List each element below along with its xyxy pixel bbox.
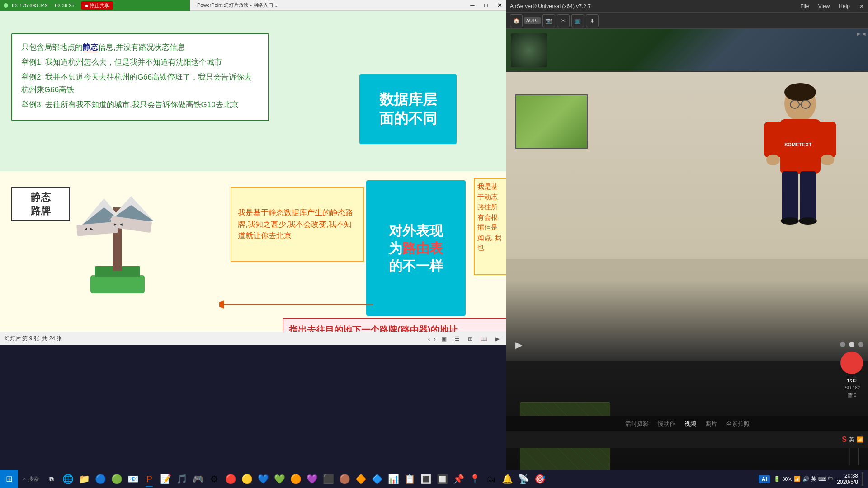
task-view-button[interactable]: ⧉ (43, 470, 60, 488)
taskbar-app-music[interactable]: 🎵 (174, 470, 190, 488)
static-sign-label: 静态路牌 (11, 187, 70, 221)
taskbar-app-chrome[interactable]: 🟢 (108, 470, 125, 488)
database-difference-box: 数据库层面的不同 (359, 74, 457, 144)
start-button[interactable]: ⊞ (0, 470, 18, 488)
routing-table-difference-box: 对外表现为路由表的不一样 (366, 180, 466, 316)
prev-slide-button[interactable]: ‹ (428, 335, 430, 343)
taskbar-app-explorer[interactable]: 📁 (76, 470, 92, 488)
input-lang-icon[interactable]: 英 (811, 475, 816, 483)
taskbar-app-folder[interactable]: 🗂 (483, 470, 499, 488)
taskbar-app-black[interactable]: ⬛ (320, 470, 336, 488)
static-label-text: 静态路牌 (31, 191, 51, 218)
slide-counter-text: 幻灯片 第 9 张, 共 24 张 (5, 335, 62, 343)
taskbar-app-signal[interactable]: 📡 (515, 470, 532, 488)
taskbar-app-powerpoint[interactable]: P (141, 470, 157, 488)
taskbar-app-blue2[interactable]: 🔷 (369, 470, 385, 488)
taskbar-app-box2[interactable]: 🔲 (434, 470, 450, 488)
svg-rect-20 (782, 171, 798, 221)
airserver-close-button[interactable]: ✕ (859, 3, 864, 10)
person-figure: SOMETEXT (755, 81, 845, 225)
taskbar-app-red[interactable]: 🔴 (222, 470, 239, 488)
taskbar-app-clip[interactable]: 📋 (401, 470, 418, 488)
auto-label: AUTO (524, 17, 541, 24)
screen-tool-button[interactable]: 📺 (571, 14, 584, 27)
controls-row: 🎬0 (847, 393, 857, 398)
airserver-panel: AirServer® Universal (x64) v7.2.7 File V… (506, 0, 868, 488)
mode-panorama-button[interactable]: 全景拍照 (726, 420, 750, 428)
keyboard-icon: ⌨ (818, 476, 826, 482)
volume-icon: 🔊 (802, 476, 809, 482)
ime-icon: 中 (828, 475, 833, 483)
taskbar-app-orange2[interactable]: 🔶 (353, 470, 369, 488)
language-button[interactable]: 英 (849, 436, 854, 444)
svg-point-18 (766, 155, 780, 165)
mode-slowmo-button[interactable]: 慢动作 (658, 420, 675, 428)
search-box[interactable]: ○ 搜索 (18, 470, 43, 488)
reading-view-button[interactable]: 📖 (478, 335, 490, 343)
routing-box-text: 对外表现为路由表的不一样 (389, 222, 443, 275)
taskbar-app-notepad[interactable]: 📝 (157, 470, 174, 488)
system-icons: 🔋 80% 📶 🔊 英 ⌨ 中 (774, 475, 833, 483)
svg-text:◄ ►: ◄ ► (84, 226, 94, 231)
next-slide-button[interactable]: › (434, 335, 436, 343)
brand-bar: S 英 📶 (506, 431, 868, 448)
taskbar-app-target[interactable]: 🎯 (532, 470, 548, 488)
taskbar-app-pin2[interactable]: 📍 (467, 470, 483, 488)
recording-time: 02:36:25 (55, 3, 75, 8)
taskbar-app-orange[interactable]: 🟠 (288, 470, 304, 488)
brand-logo: S (842, 436, 847, 444)
camera-tool-button[interactable]: 📷 (542, 14, 555, 27)
taskbar-app-pin[interactable]: 📌 (450, 470, 467, 488)
taskbar-app-game[interactable]: 🎮 (190, 470, 206, 488)
svg-point-14 (784, 83, 816, 101)
mode-livephoto-button[interactable]: 活时摄影 (625, 420, 649, 428)
taskbar-app-blue[interactable]: 💙 (255, 470, 271, 488)
stop-share-button[interactable]: ■ 停止共享 (81, 1, 113, 10)
taskbar-app-brown[interactable]: 🟤 (336, 470, 353, 488)
maximize-button[interactable]: □ (479, 0, 493, 11)
slideshow-button[interactable]: ▶ (493, 335, 502, 343)
slide-sorter-button[interactable]: ⊞ (466, 335, 475, 343)
taskbar-app-ie[interactable]: 🔵 (92, 470, 108, 488)
taskbar-app-settings[interactable]: ⚙ (206, 470, 222, 488)
mode-photo-button[interactable]: 照片 (705, 420, 717, 428)
recording-bar: ID: 175-693-349 02:36:25 ■ 停止共享 (0, 0, 190, 11)
taskbar-app-edge[interactable]: 🌐 (60, 470, 76, 488)
signpost-image: ◄ ► ► ◄ (68, 171, 167, 298)
network-icon: 📶 (794, 476, 801, 482)
outline-view-button[interactable]: ☰ (453, 335, 462, 343)
taskbar: ⊞ ○ 搜索 ⧉ 🌐 📁 🔵 🟢 📧 P 📝 🎵 🎮 ⚙ 🔴 🟡 💙 💚 🟠 💜… (0, 470, 868, 488)
svg-rect-21 (800, 171, 816, 221)
svg-rect-17 (818, 122, 836, 158)
info-box: 只包含局部地点的静态信息,并没有路况状态信息 举例1: 我知道杭州怎么去，但是我… (11, 33, 269, 121)
static-routing-description-box: 我是基于静态数据库产生的静态路牌,我知之甚少,我不会改变,我不知道就让你去北京 (231, 187, 364, 262)
taskbar-app-purple[interactable]: 💜 (304, 470, 320, 488)
mode-video-button[interactable]: 视频 (684, 420, 696, 428)
taskbar-app-bell[interactable]: 🔔 (499, 470, 515, 488)
close-button[interactable]: ✕ (493, 0, 506, 11)
arrow-area (219, 298, 373, 311)
record-button[interactable] (840, 352, 863, 374)
settings-tool-button[interactable]: ⬇ (586, 14, 599, 27)
scissor-tool-button[interactable]: ✂ (557, 14, 570, 27)
airserver-view-menu[interactable]: View (818, 3, 830, 9)
minimize-button[interactable]: ─ (466, 0, 479, 11)
recording-id: ID: 175-693-349 (12, 3, 48, 8)
airserver-titlebar: AirServer® Universal (x64) v7.2.7 File V… (506, 0, 868, 13)
home-tool-button[interactable]: 🏠 (510, 14, 523, 27)
ai-button[interactable]: Ai (759, 475, 770, 483)
iso-display: ISO 182 (844, 385, 860, 390)
airserver-help-menu[interactable]: Help (839, 3, 850, 9)
taskbar-app-chart[interactable]: 📊 (385, 470, 401, 488)
airserver-file-menu[interactable]: File (800, 3, 809, 9)
network-button[interactable]: 📶 (857, 436, 863, 443)
normal-view-button[interactable]: ▣ (439, 335, 449, 343)
right-yellow-partial-box: 我是基于动态路往所有会根据但是如点, 我也 (474, 178, 506, 275)
taskbar-app-green[interactable]: 💚 (271, 470, 288, 488)
taskbar-app-yellow[interactable]: 🟡 (239, 470, 255, 488)
show-desktop-button[interactable] (862, 472, 863, 486)
taskbar-app-box[interactable]: 🔳 (418, 470, 434, 488)
taskbar-app-mail[interactable]: 📧 (125, 470, 141, 488)
system-tray: Ai 🔋 80% 📶 🔊 英 ⌨ 中 20:38 2020/5/8 (759, 472, 868, 486)
play-button[interactable]: ▶ (515, 339, 522, 350)
